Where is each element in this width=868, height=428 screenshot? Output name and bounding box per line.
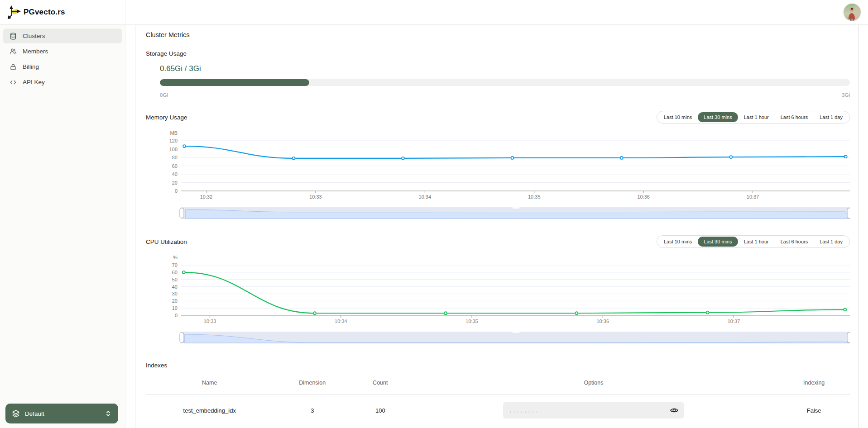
column-header-dimension: Dimension — [273, 380, 351, 386]
memory-time-range-selector: Last 10 minsLast 30 minsLast 1 hourLast … — [657, 111, 850, 124]
time-range-last-10-mins[interactable]: Last 10 mins — [658, 237, 698, 247]
sidebar-item-members[interactable]: Members — [3, 44, 122, 59]
column-header-indexing: Indexing — [778, 380, 850, 386]
indexes-title: Indexes — [146, 362, 850, 369]
svg-text:10:33: 10:33 — [204, 319, 216, 324]
time-range-last-1-day[interactable]: Last 1 day — [814, 237, 849, 247]
storage-axis-min: 0Gi — [160, 92, 168, 98]
svg-text:10: 10 — [172, 305, 177, 311]
logo-text: PGvecto.rs — [24, 8, 65, 17]
svg-text:10:37: 10:37 — [747, 194, 759, 200]
svg-text:60: 60 — [172, 270, 177, 275]
cpu-chart-brush[interactable] — [146, 330, 850, 347]
indexes-section: Indexes Name Dimension Count Options Ind… — [146, 362, 850, 426]
index-indexing-cell: False — [778, 407, 850, 414]
time-range-last-30-mins[interactable]: Last 30 mins — [698, 237, 738, 247]
time-range-last-10-mins[interactable]: Last 10 mins — [658, 112, 698, 122]
svg-text:10:35: 10:35 — [528, 194, 541, 200]
storage-usage-section: Storage Usage 0.65Gi / 3Gi 0Gi 3Gi — [146, 50, 850, 98]
eye-icon — [670, 406, 679, 415]
cpu-chart: %01020304050607010:3310:3410:3510:3610:3… — [146, 253, 850, 328]
cpu-time-range-selector: Last 10 minsLast 30 minsLast 1 hourLast … — [657, 235, 850, 248]
svg-text:30: 30 — [172, 291, 177, 296]
svg-text:20: 20 — [172, 180, 177, 185]
masked-value: ········ — [509, 406, 540, 415]
top-bar — [125, 0, 868, 25]
layers-icon — [12, 409, 20, 418]
lock-icon — [9, 63, 17, 71]
database-icon — [9, 32, 17, 40]
svg-text:MB: MB — [170, 130, 178, 136]
svg-text:0: 0 — [175, 313, 177, 318]
svg-text:80: 80 — [172, 155, 177, 160]
column-header-name: Name — [146, 380, 273, 386]
storage-axis-max: 3Gi — [842, 92, 850, 98]
main-area: Cluster Metrics Storage Usage 0.65Gi / 3… — [125, 25, 868, 428]
sidebar-item-label: Billing — [23, 63, 39, 70]
sidebar-item-billing[interactable]: Billing — [3, 59, 122, 74]
options-masked-field[interactable]: ········ — [503, 402, 684, 418]
table-row: test_embedding_idx 3 100 ········ — [146, 395, 850, 426]
indexes-table: Name Dimension Count Options Indexing te… — [146, 376, 850, 426]
svg-text:10:34: 10:34 — [335, 319, 347, 324]
time-range-last-1-hour[interactable]: Last 1 hour — [738, 112, 775, 122]
svg-text:20: 20 — [172, 298, 177, 304]
storage-progress-fill — [160, 79, 309, 86]
sidebar: PGvecto.rs Clusters — [0, 0, 125, 428]
pgvecto-logo-icon — [7, 5, 21, 19]
memory-chart: MB02040608010012010:3210:3310:3410:3510:… — [146, 128, 850, 204]
svg-text:10:37: 10:37 — [728, 319, 740, 324]
memory-chart-brush[interactable] — [146, 205, 850, 222]
chevrons-up-down-icon — [105, 410, 112, 417]
time-range-last-1-hour[interactable]: Last 1 hour — [738, 237, 775, 247]
app-window: PGvecto.rs Clusters — [0, 0, 868, 428]
users-icon — [9, 48, 17, 55]
content-panel: Cluster Metrics Storage Usage 0.65Gi / 3… — [135, 25, 858, 428]
workspace-label: Default — [25, 410, 44, 417]
memory-usage-title: Memory Usage — [146, 114, 187, 121]
sidebar-item-label: API Key — [23, 79, 45, 86]
user-avatar[interactable] — [844, 4, 861, 21]
sidebar-item-label: Members — [23, 48, 48, 55]
svg-text:10:35: 10:35 — [465, 319, 478, 324]
table-header-row: Name Dimension Count Options Indexing — [146, 376, 850, 390]
svg-text:100: 100 — [169, 147, 177, 152]
reveal-options-button[interactable] — [668, 404, 681, 417]
svg-text:%: % — [173, 255, 177, 260]
svg-text:10:33: 10:33 — [309, 194, 322, 200]
svg-text:50: 50 — [172, 277, 177, 282]
storage-progress-bar — [160, 79, 850, 86]
svg-text:10:36: 10:36 — [637, 194, 650, 200]
index-name-cell: test_embedding_idx — [146, 407, 273, 414]
sidebar-nav: Clusters Members — [0, 25, 125, 90]
cpu-utilization-section: CPU Utilization Last 10 minsLast 30 mins… — [146, 235, 850, 347]
index-options-cell: ········ — [409, 402, 778, 418]
sidebar-item-clusters[interactable]: Clusters — [3, 29, 122, 43]
svg-text:10:32: 10:32 — [200, 194, 213, 200]
svg-text:40: 40 — [172, 171, 177, 177]
avatar-photo — [844, 4, 861, 21]
time-range-last-30-mins[interactable]: Last 30 mins — [698, 112, 738, 122]
page-title: Cluster Metrics — [146, 31, 850, 38]
column-header-options: Options — [409, 380, 778, 386]
time-range-last-6-hours[interactable]: Last 6 hours — [775, 112, 814, 122]
svg-text:10:36: 10:36 — [597, 319, 609, 324]
time-range-last-6-hours[interactable]: Last 6 hours — [775, 237, 814, 247]
storage-usage-title: Storage Usage — [146, 50, 850, 57]
svg-text:70: 70 — [172, 262, 177, 268]
svg-text:0: 0 — [175, 188, 177, 194]
storage-usage-value: 0.65Gi / 3Gi — [160, 64, 850, 73]
svg-text:60: 60 — [172, 163, 177, 169]
memory-usage-section: Memory Usage Last 10 minsLast 30 minsLas… — [146, 110, 850, 222]
logo[interactable]: PGvecto.rs — [0, 0, 125, 25]
column-header-count: Count — [351, 380, 409, 386]
svg-text:40: 40 — [172, 284, 177, 290]
svg-text:120: 120 — [169, 138, 177, 143]
sidebar-item-api-key[interactable]: API Key — [3, 75, 122, 90]
index-count-cell: 100 — [351, 407, 409, 414]
code-icon — [9, 78, 17, 86]
index-dimension-cell: 3 — [273, 407, 351, 414]
svg-text:10:34: 10:34 — [419, 194, 432, 200]
workspace-switcher[interactable]: Default — [5, 404, 118, 423]
time-range-last-1-day[interactable]: Last 1 day — [814, 112, 849, 122]
